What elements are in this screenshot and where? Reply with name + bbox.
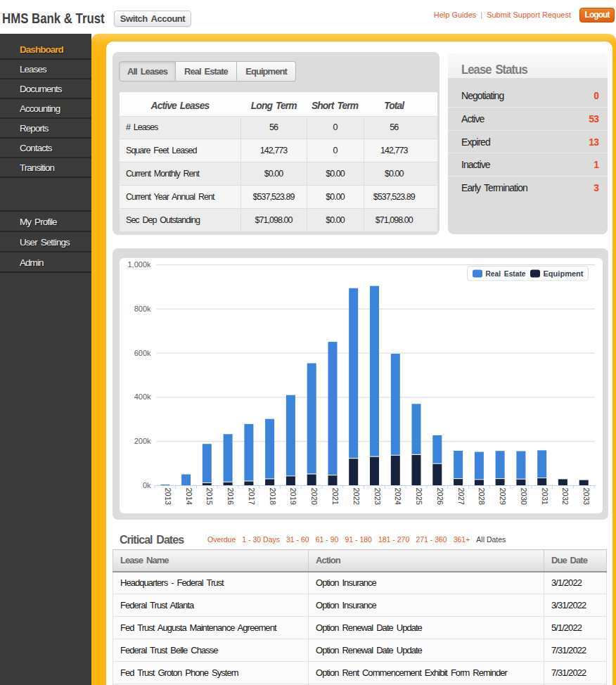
svg-text:1,000k: 1,000k: [127, 260, 151, 269]
svg-text:2018: 2018: [268, 487, 276, 504]
svg-text:2030: 2030: [519, 487, 527, 504]
svg-text:800k: 800k: [134, 304, 150, 312]
svg-text:2017: 2017: [247, 487, 255, 504]
svg-text:2015: 2015: [205, 487, 214, 504]
svg-text:2014: 2014: [184, 487, 193, 504]
svg-text:2031: 2031: [540, 487, 548, 504]
svg-text:400k: 400k: [134, 392, 150, 401]
svg-text:200k: 200k: [134, 437, 150, 445]
svg-text:2026: 2026: [435, 487, 444, 504]
svg-text:2020: 2020: [310, 487, 319, 504]
svg-text:2027: 2027: [456, 487, 465, 504]
svg-text:2024: 2024: [394, 487, 402, 504]
svg-text:2021: 2021: [331, 487, 340, 504]
svg-text:2019: 2019: [289, 487, 297, 504]
svg-text:2022: 2022: [352, 487, 360, 504]
svg-text:600k: 600k: [134, 348, 150, 357]
svg-text:2023: 2023: [373, 487, 381, 504]
svg-text:Equipment: Equipment: [543, 269, 583, 278]
svg-text:2033: 2033: [582, 487, 591, 504]
svg-text:2016: 2016: [226, 487, 235, 504]
svg-text:2029: 2029: [499, 487, 507, 504]
svg-text:Real Estate: Real Estate: [485, 269, 525, 278]
svg-text:2028: 2028: [477, 487, 486, 504]
svg-text:2032: 2032: [561, 487, 570, 504]
svg-text:0k: 0k: [142, 481, 150, 489]
svg-text:2025: 2025: [415, 487, 423, 504]
svg-text:2013: 2013: [163, 487, 172, 504]
